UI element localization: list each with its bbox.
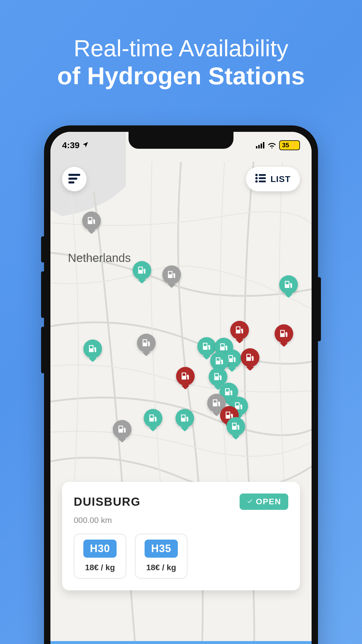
fuel-pump-icon [180, 371, 190, 381]
phone-volume-up [41, 271, 45, 318]
fuel-option[interactable]: H3018€ / kg [74, 534, 126, 579]
map-region-label: Netherlands [68, 251, 131, 265]
status-time: 4:39 [62, 140, 80, 150]
station-pin[interactable] [279, 275, 298, 294]
status-badge-label: OPEN [256, 497, 281, 506]
station-pin[interactable] [176, 367, 195, 386]
station-pin[interactable] [133, 261, 151, 280]
svg-point-10 [255, 177, 258, 179]
list-icon [255, 174, 266, 185]
menu-icon [68, 173, 80, 185]
svg-rect-3 [263, 142, 264, 148]
check-icon [247, 497, 253, 506]
phone-volume-down [41, 327, 45, 373]
station-pin[interactable] [230, 321, 249, 340]
station-pin[interactable] [137, 334, 156, 352]
svg-rect-6 [68, 178, 77, 180]
fuel-pump-icon [279, 329, 289, 339]
svg-rect-5 [68, 174, 80, 176]
station-pin[interactable] [113, 420, 131, 439]
fuel-pump-icon [87, 216, 96, 226]
svg-rect-11 [259, 177, 266, 179]
svg-point-12 [255, 180, 258, 183]
status-badge: OPEN [240, 494, 288, 510]
fuel-pump-icon [117, 424, 127, 434]
phone-power-button [317, 277, 321, 341]
list-view-button[interactable]: LIST [246, 167, 300, 191]
station-name: DUISBURG [74, 495, 140, 508]
phone-frame: 4:39 35⚡ [44, 125, 318, 644]
list-button-label: LIST [270, 174, 291, 184]
fuel-pump-icon [148, 413, 158, 423]
station-distance: 000.00 km [74, 516, 288, 525]
fuel-pump-icon [88, 344, 98, 354]
station-pin[interactable] [83, 340, 102, 358]
station-pin[interactable] [144, 409, 162, 428]
fuel-price: 18€ / kg [146, 563, 176, 572]
fuel-pump-icon [180, 413, 190, 423]
svg-point-8 [255, 174, 258, 176]
station-pin[interactable] [197, 337, 216, 356]
fuel-pump-icon [284, 280, 294, 290]
fuel-type-chip: H30 [83, 540, 116, 558]
svg-rect-0 [256, 146, 257, 148]
fuel-pump-icon [212, 398, 222, 408]
promo-line2: of Hydrogen Stations [0, 62, 362, 90]
station-pin[interactable] [175, 409, 194, 428]
fuel-pump-icon [231, 421, 241, 431]
fuel-pump-icon [215, 356, 224, 366]
location-icon [82, 140, 89, 150]
station-pin[interactable] [82, 211, 101, 230]
wifi-icon [268, 142, 276, 148]
station-card[interactable]: DUISBURG OPEN 000.00 km H3018€ / kgH3518… [62, 482, 300, 590]
battery-level: 35 [282, 141, 289, 149]
fuel-pump-icon [137, 265, 147, 275]
bottom-bar [50, 641, 312, 644]
svg-rect-13 [259, 181, 266, 182]
fuel-price: 18€ / kg [85, 563, 115, 572]
fuel-pump-icon [245, 353, 255, 363]
fuel-option[interactable]: H3518€ / kg [135, 534, 187, 579]
signal-icon [256, 142, 265, 148]
svg-rect-9 [259, 174, 266, 176]
svg-rect-7 [68, 181, 74, 183]
station-pin[interactable] [275, 324, 293, 343]
svg-rect-2 [261, 144, 262, 148]
promo-title: Real-time Availability of Hydrogen Stati… [0, 0, 362, 90]
fuel-pump-icon [141, 338, 151, 348]
menu-button[interactable] [62, 167, 87, 191]
fuel-pump-icon [202, 342, 212, 351]
svg-rect-1 [258, 145, 260, 148]
battery-indicator: 35⚡ [279, 140, 300, 150]
phone-notch [129, 132, 233, 149]
fuel-pump-icon [224, 387, 234, 397]
station-pin[interactable] [162, 265, 181, 284]
screen: 4:39 35⚡ [50, 132, 312, 644]
fuel-pump-icon [213, 372, 223, 382]
promo-line1: Real-time Availability [0, 35, 362, 62]
fuel-pump-icon [235, 325, 245, 335]
phone-mute-switch [41, 236, 45, 262]
fuel-type-chip: H35 [145, 540, 178, 558]
fuel-pump-icon [167, 270, 177, 280]
station-pin[interactable] [226, 417, 245, 436]
station-pin[interactable] [241, 348, 259, 367]
